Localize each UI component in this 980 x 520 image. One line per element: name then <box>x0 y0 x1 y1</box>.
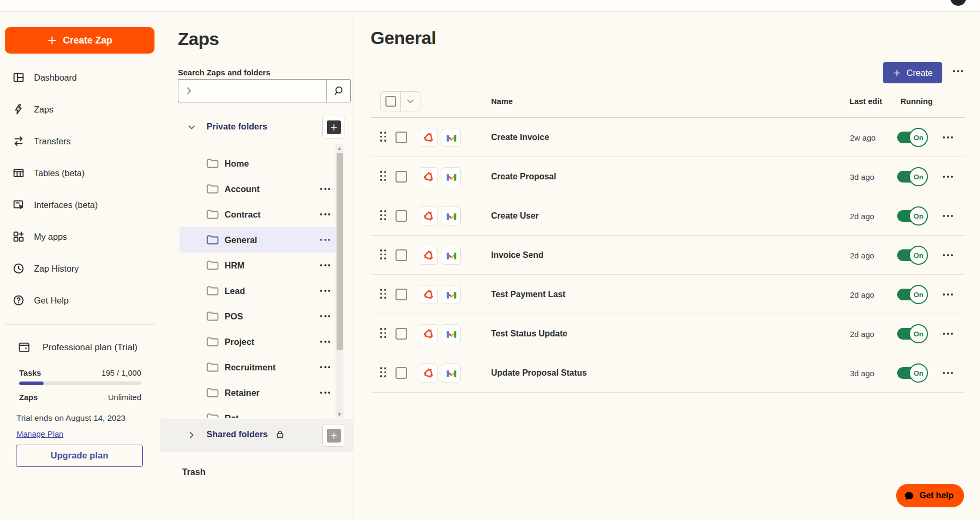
get-help-label: Get help <box>919 491 953 500</box>
zap-row-test-payment-last[interactable]: Test Payment Last2d agoOn <box>371 275 965 314</box>
zap-name[interactable]: Test Payment Last <box>491 290 565 299</box>
drag-handle-icon[interactable] <box>380 171 386 181</box>
folder-options-menu[interactable] <box>320 392 330 394</box>
folder-options-menu[interactable] <box>320 188 330 190</box>
drag-handle-icon[interactable] <box>380 132 386 142</box>
zap-name[interactable]: Update Proposal Status <box>491 368 587 378</box>
table-icon <box>12 167 25 179</box>
dashboard-icon <box>12 71 25 84</box>
get-help-button[interactable]: Get help <box>896 484 964 507</box>
drag-handle-icon[interactable] <box>380 328 386 338</box>
chevron-down-icon[interactable] <box>187 123 196 132</box>
zap-name[interactable]: Create Proposal <box>491 172 556 181</box>
plus-icon <box>327 120 341 134</box>
zap-options-menu[interactable] <box>943 293 953 296</box>
select-menu-chevron[interactable] <box>400 92 420 111</box>
chevron-right-icon[interactable] <box>187 431 196 439</box>
sidebar-item-dashboard[interactable]: Dashboard <box>0 62 160 93</box>
select-all-checkbox[interactable] <box>381 92 400 111</box>
add-shared-folder-button[interactable] <box>322 424 345 447</box>
zap-name[interactable]: Create User <box>491 211 539 221</box>
row-checkbox[interactable] <box>396 289 407 300</box>
gmail-icon <box>445 171 458 183</box>
sidebar-item-transfers[interactable]: Transfers <box>0 125 160 157</box>
last-edit-value: 2w ago <box>850 133 875 142</box>
folder-item-retainer[interactable]: Retainer <box>179 380 336 405</box>
drag-handle-icon[interactable] <box>380 210 386 220</box>
folder-item-project[interactable]: Project <box>179 329 336 354</box>
zap-row-create-invoice[interactable]: Create Invoice2w agoOn <box>371 118 965 157</box>
running-toggle[interactable]: On <box>897 206 928 226</box>
sidebar-item-get-help[interactable]: Get Help <box>0 284 160 316</box>
scroll-down-icon[interactable]: ▼ <box>336 410 343 418</box>
zap-options-menu[interactable] <box>943 215 953 217</box>
search-input[interactable] <box>178 79 326 102</box>
add-private-folder-button[interactable] <box>322 116 345 138</box>
zap-row-create-proposal[interactable]: Create Proposal3d agoOn <box>371 157 965 196</box>
row-checkbox[interactable] <box>396 249 407 261</box>
drag-handle-icon[interactable] <box>380 289 386 299</box>
folder-options-menu[interactable] <box>320 341 330 343</box>
drag-handle-icon[interactable] <box>380 249 386 259</box>
folder-options-menu[interactable] <box>320 315 330 317</box>
row-checkbox[interactable] <box>396 367 407 379</box>
running-toggle[interactable]: On <box>897 285 928 304</box>
search-button[interactable] <box>326 79 351 102</box>
create-button[interactable]: Create <box>883 62 942 83</box>
running-toggle[interactable]: On <box>897 246 928 265</box>
zap-row-test-status-update[interactable]: Test Status Update2d agoOn <box>371 314 965 353</box>
zap-options-menu[interactable] <box>943 333 953 335</box>
folder-options-menu[interactable] <box>320 366 330 368</box>
folder-options-menu[interactable] <box>320 213 330 215</box>
folder-item-general[interactable]: General <box>179 227 336 253</box>
zap-options-menu[interactable] <box>943 372 953 374</box>
zap-name[interactable]: Test Status Update <box>491 329 568 339</box>
running-toggle[interactable]: On <box>897 167 928 186</box>
upgrade-plan-button[interactable]: Upgrade plan <box>16 445 143 467</box>
zap-name[interactable]: Create Invoice <box>491 133 549 142</box>
running-toggle[interactable]: On <box>897 324 928 343</box>
zap-options-menu[interactable] <box>943 176 953 178</box>
folders-panel: Zaps Search Zaps and folders Private fol… <box>160 12 354 520</box>
folder-item-pos[interactable]: POS <box>179 304 336 329</box>
zap-name[interactable]: Invoice Send <box>491 250 544 260</box>
folder-options-menu[interactable] <box>320 264 330 266</box>
sidebar-item-my-apps[interactable]: My apps <box>0 221 160 253</box>
running-toggle[interactable]: On <box>897 363 928 383</box>
sidebar-item-tables-beta[interactable]: Tables (beta) <box>0 157 160 189</box>
manage-plan-link[interactable]: Manage Plan <box>16 429 63 438</box>
row-checkbox[interactable] <box>396 132 407 143</box>
sidebar-item-interfaces-beta[interactable]: Interfaces (beta) <box>0 189 160 221</box>
scroll-up-icon[interactable]: ▲ <box>336 144 343 152</box>
running-toggle[interactable]: On <box>897 128 928 147</box>
folder-item-lead[interactable]: Lead <box>179 278 336 304</box>
folder-options-menu[interactable] <box>320 290 330 292</box>
row-checkbox[interactable] <box>396 328 407 340</box>
row-checkbox[interactable] <box>396 171 407 183</box>
sidebar-item-zaps[interactable]: Zaps <box>0 93 160 125</box>
sidebar-nav: DashboardZapsTransfersTables (beta)Inter… <box>0 62 160 316</box>
folder-options-menu[interactable] <box>320 239 330 241</box>
folder-options-menu[interactable] <box>953 70 963 72</box>
scrollbar-thumb[interactable] <box>337 153 343 350</box>
zap-options-menu[interactable] <box>943 136 953 138</box>
trash-link[interactable]: Trash <box>182 467 205 477</box>
last-edit-value: 3d ago <box>850 172 874 181</box>
folder-item-ret[interactable]: Ret <box>179 405 336 418</box>
folder-item-contract[interactable]: Contract <box>179 202 336 227</box>
drag-handle-icon[interactable] <box>380 367 386 377</box>
zap-row-invoice-send[interactable]: Invoice Send2d agoOn <box>371 236 965 275</box>
sidebar-item-zap-history[interactable]: Zap History <box>0 253 160 284</box>
row-checkbox[interactable] <box>396 210 407 222</box>
zap-row-update-proposal-status[interactable]: Update Proposal Status3d agoOn <box>371 353 965 393</box>
zap-row-create-user[interactable]: Create User2d agoOn <box>371 196 965 236</box>
folder-item-recruitment[interactable]: Recruitment <box>179 354 336 380</box>
folder-scrollbar[interactable]: ▲ ▼ <box>336 144 343 418</box>
create-zap-button[interactable]: Create Zap <box>5 27 154 54</box>
zap-options-menu[interactable] <box>943 254 953 256</box>
folder-item-hrm[interactable]: HRM <box>179 253 336 278</box>
app-tile <box>442 206 461 226</box>
user-avatar[interactable] <box>950 0 966 6</box>
folder-item-home[interactable]: Home <box>179 151 336 176</box>
folder-item-account[interactable]: Account <box>179 176 336 202</box>
